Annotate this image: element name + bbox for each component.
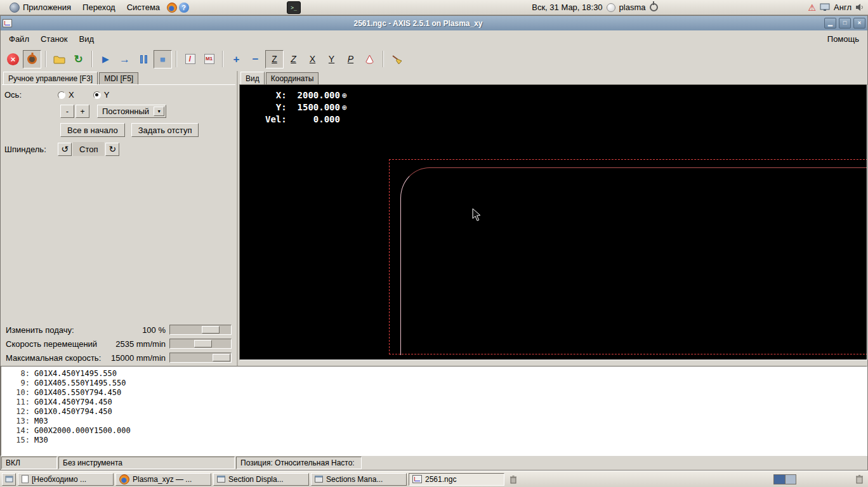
spindle-stop-button[interactable]: Стоп [73,142,104,156]
backplot-canvas[interactable]: X: 2000.000⊕ Y: 1500.000⊕ Vel: 0.000 [239,84,867,360]
reload-file-button[interactable]: ↻ [69,50,88,68]
max-velocity-slider[interactable] [169,353,232,363]
show-desktop-button[interactable] [2,473,16,486]
gcode-line-text: G01X405.550Y1495.550 [34,379,126,388]
distro-menu-icon [9,2,20,13]
jog-minus-button[interactable]: - [60,105,74,118]
gcode-line[interactable]: 11:G01X4.450Y794.450 [1,398,867,407]
pause-button[interactable] [135,50,153,68]
run-button[interactable]: ▶ [96,50,115,68]
feed-override-value: 100 % [105,325,166,335]
touch-off-button[interactable]: Задать отступ [131,123,199,137]
tab-mdi[interactable]: MDI [F5] [99,72,138,84]
tab-dro[interactable]: Координаты [266,72,319,84]
trash-applet[interactable] [506,473,520,486]
minimize-button[interactable]: ▁ [824,18,836,29]
maximize-button[interactable]: □ [839,18,851,29]
gcode-line[interactable]: 8:G01X4.450Y1495.550 [1,369,867,379]
user-name[interactable]: plasma [619,3,646,12]
axis-y-radio[interactable]: Y [93,90,110,100]
rotate-view-button[interactable] [360,50,379,68]
close-button[interactable]: × [853,18,865,29]
menu-machine[interactable]: Станок [35,33,74,45]
titlebar[interactable]: 2561.ngc - AXIS 2.5.1 on Plasma_xy ▁ □ × [1,16,867,30]
clear-plot-button[interactable] [388,50,406,68]
workspace-1[interactable] [774,475,785,484]
jog-speed-slider-handle[interactable] [194,340,212,347]
help-launcher-icon[interactable]: ? [178,2,189,13]
jog-speed-slider[interactable] [169,339,232,349]
menu-view[interactable]: Вид [74,33,100,45]
taskbar-item-axis[interactable]: 2561.ngc [409,473,504,486]
open-file-button[interactable] [50,50,69,68]
jog-increment-select[interactable]: Постоянный ▼ [97,105,166,118]
applications-menu[interactable]: Приложения [4,0,76,15]
view-front-button[interactable]: Y [322,50,341,68]
gcode-line[interactable]: 13:M03 [1,417,867,426]
volume-icon[interactable] [855,3,864,11]
zoom-out-button[interactable]: − [246,50,265,68]
home-all-button[interactable]: Все в начало [60,123,125,137]
optional-stop-button[interactable]: M1 [200,50,218,68]
feed-override-slider[interactable] [169,325,232,335]
jog-plus-button[interactable]: + [76,105,89,118]
window-title: 2561.ngc - AXIS 2.5.1 on Plasma_xy [15,19,822,28]
spindle-ccw-icon: ↺ [61,145,69,153]
step-button[interactable]: → [115,50,134,68]
preview-tabbar: Вид Координаты [239,71,867,84]
clock[interactable]: Вск, 31 Мар, 18:30 [532,3,602,12]
stop-button[interactable]: ■ [154,50,172,68]
gcode-line[interactable]: 12:G01X0.450Y794.450 [1,407,867,417]
display-icon[interactable] [820,3,830,11]
taskbar-item-section-display[interactable]: Section Displa... [213,473,309,486]
feed-override-slider-handle[interactable] [202,326,220,334]
window-icon [315,476,323,483]
spindle-ccw-button[interactable]: ↺ [58,143,72,156]
machine-power-button[interactable] [23,50,41,68]
taskbar-item-document[interactable]: [Необходимо ... [18,473,114,486]
firefox-icon [119,474,129,484]
estop-button[interactable]: × [4,50,22,68]
workspace-2[interactable] [785,475,796,484]
taskbar-item-firefox[interactable]: Plasma_xyz — ... [115,473,211,486]
skip-lines-button[interactable]: / [181,50,199,68]
toolbar: × ↻ ▶ → ■ / M1 + − Z Z X Y P [1,47,867,71]
menu-file[interactable]: Файл [3,33,35,45]
spindle-cw-button[interactable]: ↻ [105,143,119,156]
view-perspective-button[interactable]: P [341,50,360,68]
taskbar-item-sections-manager[interactable]: Sections Mana... [311,473,407,486]
view-side-button[interactable]: X [303,50,322,68]
keyboard-layout-indicator[interactable]: Англ [834,3,852,12]
shutdown-icon[interactable] [650,3,658,11]
terminal-window-icon[interactable]: >_ [287,1,301,14]
tab-preview[interactable]: Вид [240,72,265,84]
rotate-view-cone-icon [364,54,375,65]
zoom-in-button[interactable]: + [227,50,246,68]
left-tabbar: Ручное управление [F3] MDI [F5] [2,71,235,84]
gcode-line-text: G01X405.550Y794.450 [34,388,121,398]
view-top-button[interactable]: Z [265,50,284,68]
manual-control-content: Ось: X Y - + Пост [2,84,235,366]
gcode-line[interactable]: 14:G00X2000.000Y1500.000 [1,426,867,436]
machine-power-status: ВКЛ [1,457,57,469]
taskbar-item-label: Sections Mana... [326,475,383,484]
axis-x-radio-label: X [69,90,74,100]
places-menu[interactable]: Переход [77,0,121,15]
taskbar-item-label: Plasma_xyz — ... [133,475,192,484]
max-velocity-slider-handle[interactable] [213,354,230,361]
gcode-line[interactable]: 10:G01X405.550Y794.450 [1,388,867,398]
gcode-line[interactable]: 9:G01X405.550Y1495.550 [1,379,867,388]
gcode-listing[interactable]: 8:G01X4.450Y1495.550 9:G01X405.550Y1495.… [1,366,867,456]
system-menu[interactable]: Система [122,0,165,15]
menu-help[interactable]: Помощь [822,33,865,45]
tab-manual-control[interactable]: Ручное управление [F3] [3,72,98,84]
workspace-switcher[interactable] [773,474,796,484]
warning-icon[interactable]: ⚠ [808,3,817,12]
machine-power-icon [27,55,37,64]
view-rotated-top-button[interactable]: Z [284,50,303,68]
dro-x-label: X: [265,89,287,101]
gcode-line[interactable]: 15:M30 [1,436,867,445]
trash-icon[interactable] [855,474,864,484]
axis-x-radio[interactable]: X [58,90,74,100]
firefox-launcher-icon[interactable] [166,2,177,13]
